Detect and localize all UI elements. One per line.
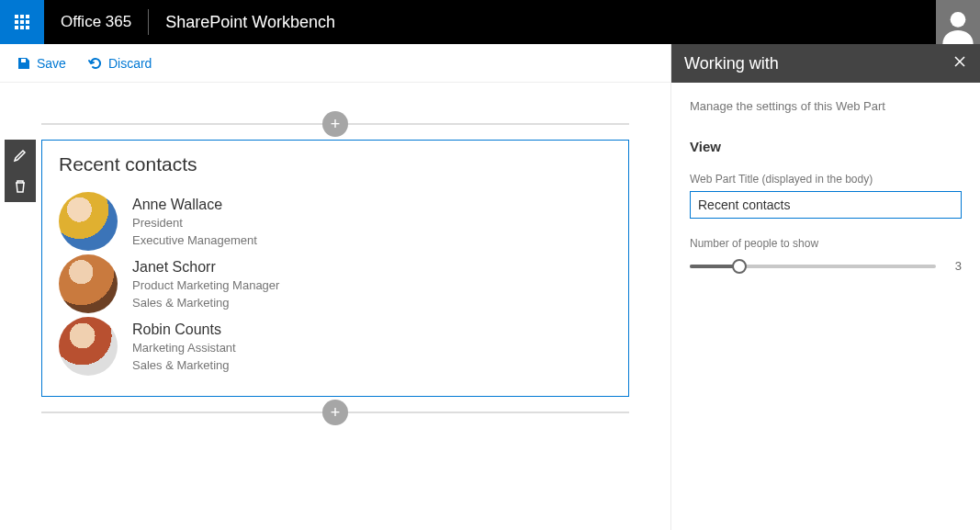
person-dept: Sales & Marketing <box>132 357 236 375</box>
property-pane-description: Manage the settings of this Web Part <box>690 99 962 113</box>
person-name: Robin Counts <box>132 319 236 340</box>
close-icon <box>952 54 967 69</box>
property-pane-header: Working with <box>671 44 980 83</box>
person-name: Anne Wallace <box>132 194 257 215</box>
section-dropzone-top: + <box>41 123 629 125</box>
pencil-icon <box>13 148 28 163</box>
person-role: Product Marketing Manager <box>132 277 279 295</box>
person-dept: Sales & Marketing <box>132 295 279 312</box>
person-role: President <box>132 215 257 232</box>
property-group-name: View <box>690 139 962 154</box>
waffle-icon <box>15 15 29 29</box>
discard-label: Discard <box>108 56 152 71</box>
save-icon <box>17 56 31 71</box>
person-dept: Executive Management <box>132 232 257 250</box>
slider-thumb[interactable] <box>732 259 747 274</box>
webpart-title: Recent contacts <box>59 153 612 175</box>
add-webpart-button-top[interactable]: + <box>322 111 348 137</box>
app-launcher-button[interactable] <box>0 0 44 44</box>
title-field-input[interactable] <box>690 191 962 219</box>
canvas: + Recent contacts Anne Wallace President <box>0 83 670 530</box>
delete-webpart-button[interactable] <box>5 171 36 202</box>
person-icon <box>940 7 976 44</box>
user-avatar[interactable] <box>936 0 980 44</box>
slider-value: 3 <box>943 259 962 273</box>
edit-webpart-button[interactable] <box>5 140 36 171</box>
property-pane-title: Working with <box>684 54 952 73</box>
webpart-controls <box>5 140 36 202</box>
person-name: Janet Schorr <box>132 256 279 277</box>
save-button[interactable]: Save <box>17 56 66 71</box>
webpart-container: Recent contacts Anne Wallace President E… <box>41 140 629 397</box>
person-row: Anne Wallace President Executive Managem… <box>59 192 612 251</box>
suite-header: Office 365 SharePoint Workbench <box>0 0 980 44</box>
recent-contacts-webpart[interactable]: Recent contacts Anne Wallace President E… <box>41 140 629 397</box>
person-photo <box>59 254 118 313</box>
brand-label: Office 365 <box>44 13 148 31</box>
title-field-label: Web Part Title (displayed in the body) <box>690 173 962 186</box>
add-webpart-button-bottom[interactable]: + <box>322 400 348 425</box>
people-count-slider[interactable] <box>690 265 936 268</box>
discard-button[interactable]: Discard <box>88 56 152 71</box>
app-title: SharePoint Workbench <box>149 13 352 32</box>
person-photo <box>59 192 118 251</box>
slider-field-label: Number of people to show <box>690 237 962 250</box>
section-dropzone-bottom: + <box>41 412 629 413</box>
close-pane-button[interactable] <box>952 54 967 73</box>
undo-icon <box>88 56 103 71</box>
person-photo <box>59 317 118 376</box>
svg-point-0 <box>951 12 966 28</box>
person-row: Janet Schorr Product Marketing Manager S… <box>59 254 612 313</box>
person-role: Marketing Assistant <box>132 340 236 357</box>
property-pane: Working with Manage the settings of this… <box>670 44 980 530</box>
person-row: Robin Counts Marketing Assistant Sales &… <box>59 317 612 376</box>
save-label: Save <box>37 56 66 71</box>
trash-icon <box>13 179 28 194</box>
